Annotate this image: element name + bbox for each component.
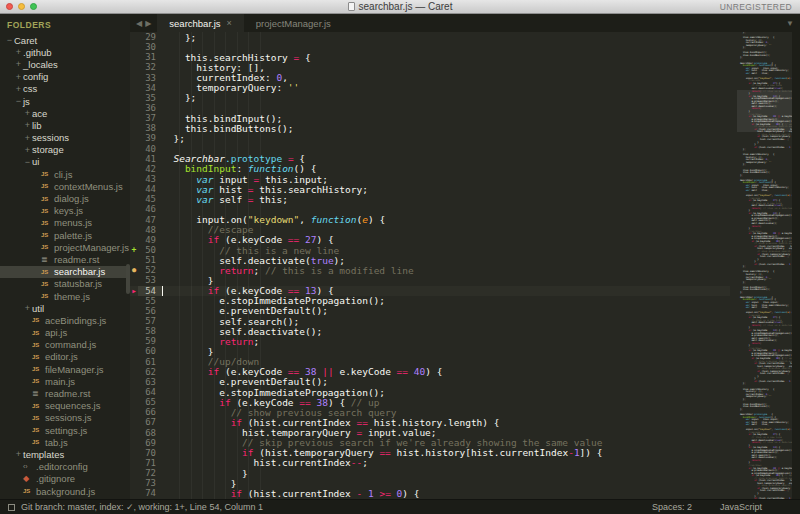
line-number[interactable]: 56 [138, 306, 162, 316]
tab-close-icon[interactable]: × [227, 18, 232, 28]
code-line[interactable]: 66 // show previous search query [130, 407, 730, 417]
code-line[interactable]: 37 this.bindInput(); [130, 113, 730, 123]
expand-icon[interactable]: + [14, 84, 23, 94]
expand-icon[interactable]: + [14, 47, 23, 57]
code-line[interactable]: +50 // this is a new line [130, 245, 730, 255]
expand-icon[interactable]: + [23, 108, 32, 118]
code-line[interactable]: 65 if (e.keyCode == 38) { // up [130, 397, 730, 407]
sidebar-item-command-js[interactable]: JScommand.js [0, 339, 130, 351]
line-number[interactable]: 46 [138, 204, 162, 214]
sidebar-item-projectmanager-js[interactable]: JSprojectManager.js [0, 241, 130, 253]
sidebar-item-acebindings-js[interactable]: JSaceBindings.js [0, 314, 130, 326]
code-line[interactable]: 68 hist.temporaryQuery = input.value; [130, 427, 730, 437]
code-line[interactable]: 48 //escape [130, 225, 730, 235]
sidebar-item-editor-js[interactable]: JSeditor.js [0, 351, 130, 363]
sidebar-item-searchbar-js[interactable]: JSsearchbar.js [0, 266, 130, 278]
sidebar-item-cli-js[interactable]: JScli.js [0, 168, 130, 180]
line-number[interactable]: 64 [138, 387, 162, 397]
line-number[interactable]: 50 [138, 245, 162, 255]
expand-icon[interactable]: + [23, 133, 32, 143]
sidebar-item-background-js[interactable]: JSbackground.js [0, 485, 130, 497]
line-number[interactable]: 65 [138, 397, 162, 407]
code-line[interactable]: 46 [130, 204, 730, 214]
sidebar-item-theme-js[interactable]: JStheme.js [0, 290, 130, 302]
code-line[interactable]: 40 [130, 144, 730, 154]
expand-icon[interactable]: + [14, 59, 23, 69]
line-number[interactable]: 44 [138, 184, 162, 194]
sidebar-item-statusbar-js[interactable]: JSstatusbar.js [0, 278, 130, 290]
line-number[interactable]: 45 [138, 194, 162, 204]
sidebar-item--github[interactable]: +.github [0, 46, 130, 58]
line-number[interactable]: 33 [138, 73, 162, 83]
code-line[interactable]: 59 return; [130, 336, 730, 346]
code-line[interactable]: 30 [130, 42, 730, 52]
code-line[interactable]: 72 } [130, 468, 730, 478]
tab-searchbar-js[interactable]: searchbar.js× [157, 14, 244, 32]
sidebar-item-main-js[interactable]: JSmain.js [0, 375, 130, 387]
sidebar-item-sessions-js[interactable]: JSsessions.js [0, 412, 130, 424]
expand-icon[interactable]: + [23, 303, 32, 313]
sidebar-item-ui[interactable]: −ui [0, 156, 130, 168]
line-number[interactable]: 34 [138, 83, 162, 93]
sidebar-item-css[interactable]: +css [0, 83, 130, 95]
code-line[interactable]: 42 bindInput: function() { [130, 164, 730, 174]
line-number[interactable]: 37 [138, 113, 162, 123]
code-line[interactable]: 61 //up/down [130, 357, 730, 367]
line-number[interactable]: 49 [138, 235, 162, 245]
sidebar-item-contextmenus-js[interactable]: JScontextMenus.js [0, 180, 130, 192]
code-line[interactable]: 57 self.search(); [130, 316, 730, 326]
line-number[interactable]: 54 [138, 286, 162, 296]
sidebar-item-js[interactable]: −js [0, 95, 130, 107]
code-line[interactable]: 41 Searchbar.prototype = { [130, 154, 730, 164]
line-number[interactable]: 41 [138, 154, 162, 164]
line-number[interactable]: 60 [138, 346, 162, 356]
code-line[interactable]: 64 e.stopImmediatePropagation(); [130, 387, 730, 397]
expand-icon[interactable]: + [23, 120, 32, 130]
sidebar-item-api-js[interactable]: JSapi.js [0, 327, 130, 339]
code-editor[interactable]: 29 };3031 this.searchHistory = {32 histo… [130, 32, 800, 499]
editor-scrollbar[interactable] [792, 32, 800, 499]
line-number[interactable]: 36 [138, 103, 162, 113]
line-number[interactable]: 40 [138, 144, 162, 154]
code-line[interactable]: 51 self.deactivate(true); [130, 255, 730, 265]
line-number[interactable]: 53 [138, 275, 162, 285]
collapse-icon[interactable]: − [5, 35, 14, 45]
sidebar-item-sequences-js[interactable]: JSsequences.js [0, 400, 130, 412]
code-line[interactable]: 32 history: [], [130, 62, 730, 72]
line-number[interactable]: 73 [138, 478, 162, 488]
line-number[interactable]: 74 [138, 488, 162, 498]
code-line[interactable]: 43 var input = this.input; [130, 174, 730, 184]
language-mode[interactable]: JavaScript [720, 502, 762, 512]
line-number[interactable]: 57 [138, 316, 162, 326]
code-line[interactable]: 29 }; [130, 32, 730, 42]
sidebar-item-storage[interactable]: +storage [0, 144, 130, 156]
sidebar-item--gitignore[interactable]: ◆.gitignore [0, 473, 130, 485]
tab-overflow-icon[interactable]: ▼ [786, 14, 794, 32]
sidebar-item-keys-js[interactable]: JSkeys.js [0, 205, 130, 217]
expand-icon[interactable]: + [14, 72, 23, 82]
sidebar-item-palette-js[interactable]: JSpalette.js [0, 229, 130, 241]
code-line[interactable]: 67 if (hist.currentIndex == hist.history… [130, 417, 730, 427]
sidebar-item-tab-js[interactable]: JStab.js [0, 436, 130, 448]
line-number[interactable]: 51 [138, 255, 162, 265]
code-line[interactable]: 31 this.searchHistory = { [130, 52, 730, 62]
line-number[interactable]: 58 [138, 326, 162, 336]
code-line[interactable]: 33 currentIndex: 0, [130, 73, 730, 83]
expand-icon[interactable]: + [14, 449, 23, 459]
line-number[interactable]: 42 [138, 164, 162, 174]
sidebar-item-readme-rst[interactable]: ≣readme.rst [0, 387, 130, 399]
line-number[interactable]: 32 [138, 62, 162, 72]
code-line[interactable]: 60 } [130, 346, 730, 356]
line-number[interactable]: 43 [138, 174, 162, 184]
sidebar-item-ace[interactable]: +ace [0, 107, 130, 119]
line-number[interactable]: 67 [138, 417, 162, 427]
code-line[interactable]: 38 this.bindButtons(); [130, 123, 730, 133]
line-number[interactable]: 39 [138, 133, 162, 143]
sidebar-item-util[interactable]: +util [0, 302, 130, 314]
line-number[interactable]: 55 [138, 296, 162, 306]
code-line[interactable]: 73 } [130, 478, 730, 488]
indentation-setting[interactable]: Spaces: 2 [652, 502, 692, 512]
collapse-icon[interactable]: − [23, 157, 32, 167]
code-line[interactable]: 34 temporaryQuery: '' [130, 83, 730, 93]
code-line[interactable]: 69 // skip previous search if we're alre… [130, 438, 730, 448]
